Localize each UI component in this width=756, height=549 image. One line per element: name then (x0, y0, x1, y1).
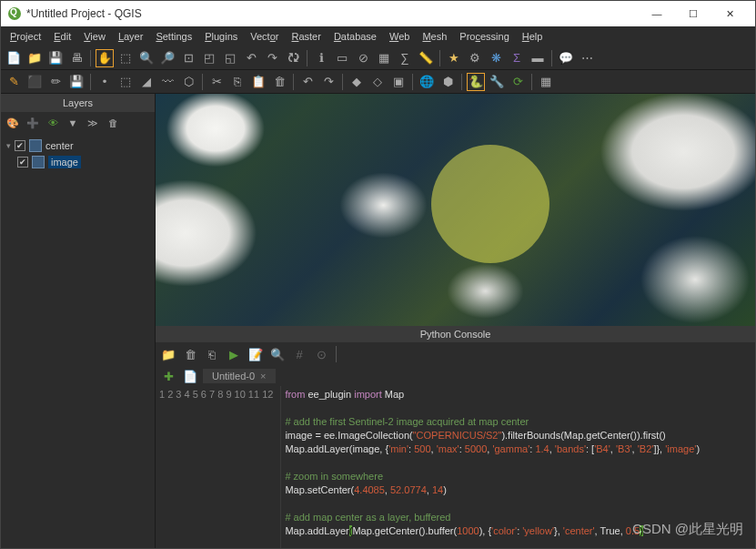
layer-center[interactable]: ▾ ✔ center (6, 137, 149, 154)
open-script-icon[interactable]: 📁 (159, 345, 177, 363)
expand-icon[interactable]: ▾ (6, 141, 11, 150)
layer-image[interactable]: ✔ image (6, 154, 149, 170)
tool3-icon[interactable]: ◢ (137, 73, 156, 91)
plugin1-icon[interactable]: ◆ (348, 73, 366, 91)
checkbox-icon[interactable]: ✔ (15, 140, 25, 151)
new-project-icon[interactable]: 📄 (5, 49, 23, 67)
layer-label: image (48, 156, 81, 168)
menu-raster[interactable]: Raster (286, 29, 326, 44)
window-title: *Untitled Project - QGIS (26, 7, 633, 20)
save-edits-icon[interactable]: 💾 (67, 73, 86, 91)
menu-plugins[interactable]: Plugins (199, 29, 243, 44)
layers-panel: Layers 🎨 ➕ 👁 ▼ ≫ 🗑 ▾ ✔ center ✔ image (1, 94, 156, 548)
undo-icon[interactable]: ↶ (298, 73, 317, 91)
zoom-out-icon[interactable]: 🔎 (158, 49, 176, 67)
pan-icon[interactable]: ✋ (96, 49, 114, 67)
tool4-icon[interactable]: 〰 (158, 73, 176, 91)
more-icon[interactable]: ⋯ (578, 49, 596, 67)
zoom-layer-icon[interactable]: ◱ (221, 49, 239, 67)
maximize-button[interactable]: ☐ (675, 1, 711, 26)
menu-mesh[interactable]: Mesh (417, 29, 452, 44)
python-console-icon[interactable]: 🐍 (467, 73, 485, 91)
identify-icon[interactable]: ℹ (312, 49, 330, 67)
help-icon[interactable]: 💬 (557, 49, 575, 67)
edit2-icon[interactable]: ✏ (46, 73, 65, 91)
sigma-icon[interactable]: Σ (508, 49, 526, 67)
style-icon[interactable]: 🎨 (5, 115, 21, 131)
redo-icon[interactable]: ↷ (319, 73, 338, 91)
menu-project[interactable]: Project (5, 29, 46, 44)
editor-tab[interactable]: Untitled-0 × (203, 369, 276, 383)
zoom-last-icon[interactable]: ↶ (242, 49, 260, 67)
field-calc-icon[interactable]: ∑ (396, 49, 414, 67)
menubar: Project Edit View Layer Settings Plugins… (1, 26, 755, 46)
refresh-icon[interactable]: 🗘 (284, 49, 302, 67)
copy-icon[interactable]: ⎘ (228, 73, 247, 91)
select-icon[interactable]: ▭ (333, 49, 351, 67)
tool-icon[interactable]: ⚙ (466, 49, 484, 67)
stats-icon[interactable]: ▬ (529, 49, 547, 67)
import-icon[interactable]: ⎗ (203, 345, 221, 363)
open-project-icon[interactable]: 📁 (25, 49, 44, 67)
zoom-next-icon[interactable]: ↷ (263, 49, 281, 67)
expand-icon[interactable]: ≫ (85, 115, 101, 131)
clear-icon[interactable]: 🗑 (181, 345, 199, 363)
visibility-icon[interactable]: 👁 (45, 115, 61, 131)
menu-processing[interactable]: Processing (454, 29, 514, 44)
gear-icon[interactable]: ❋ (487, 49, 505, 67)
deselect-icon[interactable]: ⊘ (354, 49, 372, 67)
plugin3-icon[interactable]: ▣ (389, 73, 408, 91)
obj-icon[interactable]: ⊙ (312, 345, 330, 363)
editor-icon[interactable]: 📝 (247, 345, 265, 363)
print-icon[interactable]: 🖶 (67, 49, 86, 67)
edit-icon[interactable]: ✎ (5, 73, 23, 91)
zoom-full-icon[interactable]: ⊡ (179, 49, 197, 67)
cut-icon[interactable]: ✂ (207, 73, 226, 91)
add-vector-icon[interactable]: ⬛ (25, 73, 44, 91)
layer-add-icon[interactable]: ▦ (537, 73, 555, 91)
minimize-button[interactable]: — (639, 1, 675, 26)
menu-vector[interactable]: Vector (245, 29, 284, 44)
menu-view[interactable]: View (78, 29, 111, 44)
qgis-window: *Untitled Project - QGIS — ☐ ✕ Project E… (0, 0, 756, 549)
reload-icon[interactable]: ⟳ (509, 73, 527, 91)
plugin5-icon[interactable]: ⬢ (438, 73, 457, 91)
bookmark-icon[interactable]: ★ (445, 49, 463, 67)
close-tab-icon[interactable]: × (260, 371, 266, 381)
plugin2-icon[interactable]: ◇ (368, 73, 387, 91)
add-tab-icon[interactable]: ✚ (159, 367, 177, 385)
file-icon[interactable]: 📄 (181, 367, 199, 385)
search-icon[interactable]: 🔍 (268, 345, 287, 363)
watermark: CSDN @此星光明 (632, 521, 743, 538)
measure-icon[interactable]: 📏 (417, 49, 435, 67)
menu-edit[interactable]: Edit (48, 29, 76, 44)
tool-wrench-icon[interactable]: 🔧 (488, 73, 506, 91)
menu-settings[interactable]: Settings (150, 29, 197, 44)
zoom-in-icon[interactable]: 🔍 (137, 49, 156, 67)
add-feature-icon[interactable]: • (96, 73, 114, 91)
filter-icon[interactable]: ▼ (65, 115, 81, 131)
run-icon[interactable]: ▶ (225, 345, 243, 363)
close-button[interactable]: ✕ (711, 1, 748, 26)
remove-icon[interactable]: 🗑 (105, 115, 121, 131)
map-canvas[interactable] (156, 94, 755, 326)
zoom-selection-icon[interactable]: ◰ (200, 49, 218, 67)
layer-icon (29, 139, 42, 152)
pan-selection-icon[interactable]: ⬚ (116, 49, 135, 67)
menu-web[interactable]: Web (384, 29, 415, 44)
tool5-icon[interactable]: ⬡ (179, 73, 197, 91)
save-project-icon[interactable]: 💾 (46, 49, 65, 67)
editor-tabs: ✚ 📄 Untitled-0 × (156, 366, 755, 386)
attributes-icon[interactable]: ▦ (375, 49, 393, 67)
menu-database[interactable]: Database (328, 29, 382, 44)
menu-help[interactable]: Help (517, 29, 549, 44)
delete-icon[interactable]: 🗑 (270, 73, 288, 91)
hash-icon[interactable]: # (290, 345, 308, 363)
main-area: Python Console 📁 🗑 ⎗ ▶ 📝 🔍 # ⊙ ✚ 📄 Untit… (156, 94, 755, 548)
add-group-icon[interactable]: ➕ (25, 115, 41, 131)
tool2-icon[interactable]: ⬚ (116, 73, 135, 91)
checkbox-icon[interactable]: ✔ (17, 157, 28, 168)
plugin4-icon[interactable]: 🌐 (418, 73, 436, 91)
menu-layer[interactable]: Layer (113, 29, 149, 44)
paste-icon[interactable]: 📋 (249, 73, 267, 91)
